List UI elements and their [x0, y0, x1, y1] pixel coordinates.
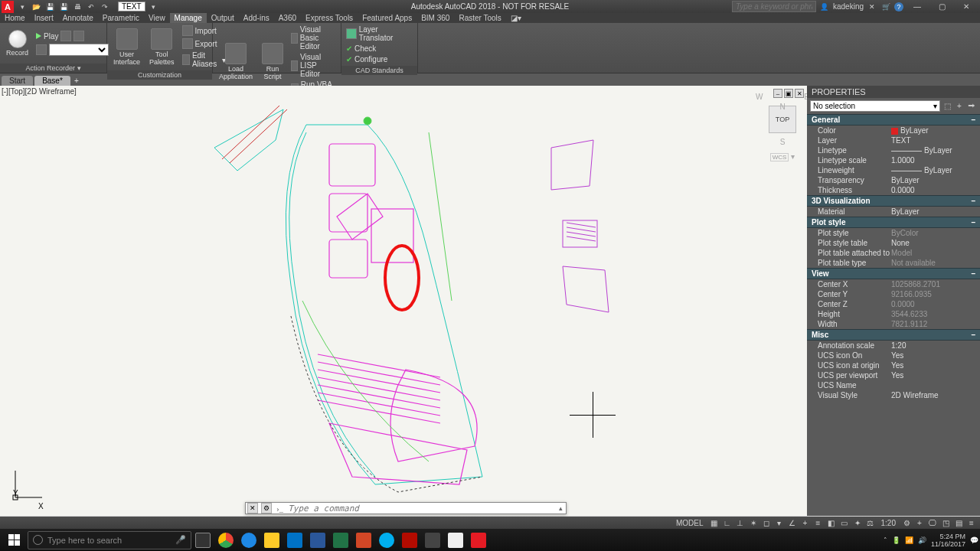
qat-redo-icon[interactable]: ↷: [100, 2, 110, 12]
sb-annoscale-icon[interactable]: ⚖: [865, 517, 876, 528]
pv-transp[interactable]: ByLayer: [890, 175, 980, 185]
sb-custom-icon[interactable]: ≡: [966, 517, 977, 528]
acrobat-icon[interactable]: [398, 529, 421, 551]
record-button[interactable]: Record: [3, 28, 31, 58]
tab-extra-icon[interactable]: ◪▾: [506, 13, 526, 23]
pv-thick[interactable]: 0.0000: [890, 185, 980, 195]
pv-ltype[interactable]: ByLayer: [890, 145, 980, 155]
section-general[interactable]: General–: [807, 114, 980, 126]
pv-ascale[interactable]: 1:20: [890, 341, 980, 350]
cart-icon[interactable]: 🛒: [880, 2, 891, 12]
tab-view[interactable]: View: [144, 13, 170, 23]
vbe-button[interactable]: Visual Basic Editor: [289, 24, 338, 51]
qat-save-icon[interactable]: 💾: [44, 2, 55, 12]
pv-cx[interactable]: 1025868.2701: [890, 279, 980, 289]
sb-polar-icon[interactable]: ✶: [748, 517, 759, 528]
taskbar-clock[interactable]: 5:24 PM11/16/2017: [931, 533, 965, 548]
pv-ucsvp[interactable]: Yes: [890, 370, 980, 380]
tab-raster[interactable]: Raster Tools: [454, 13, 505, 23]
pv-w[interactable]: 7821.9112: [890, 319, 980, 329]
load-app-button[interactable]: Load Application: [216, 41, 256, 82]
sb-lwt-icon[interactable]: ≡: [813, 517, 824, 528]
help-search-input[interactable]: [732, 1, 816, 12]
run-script-button[interactable]: Run Script: [259, 41, 286, 82]
pv-h[interactable]: 3544.6233: [890, 309, 980, 319]
sb-grid-icon[interactable]: ▦: [709, 517, 720, 528]
tab-bim360[interactable]: BIM 360: [416, 13, 454, 23]
help-icon[interactable]: ?: [894, 2, 903, 11]
tool-palettes-button[interactable]: Tool Palettes: [146, 27, 178, 67]
sb-osnap-icon[interactable]: ◻: [761, 517, 772, 528]
tab-a360[interactable]: A360: [274, 13, 301, 23]
pv-ucsi[interactable]: Yes: [890, 350, 980, 360]
qat-saveas-icon[interactable]: 💾: [58, 2, 69, 12]
tab-insert[interactable]: Insert: [30, 13, 58, 23]
pv-pstable[interactable]: None: [890, 238, 980, 248]
sb-ortho-icon[interactable]: ⊥: [735, 517, 746, 528]
section-3dvis[interactable]: 3D Visualization–: [807, 195, 980, 207]
pv-color[interactable]: ByLayer: [890, 126, 980, 135]
tray-battery-icon[interactable]: 🔋: [892, 536, 900, 544]
command-input[interactable]: [283, 504, 555, 514]
pv-lweight[interactable]: ByLayer: [890, 165, 980, 175]
properties-header[interactable]: PROPERTIES: [807, 86, 980, 98]
configure-button[interactable]: ✔Configure: [345, 54, 414, 64]
app1-icon[interactable]: [421, 529, 444, 551]
mic-icon[interactable]: 🎤: [175, 535, 186, 545]
section-plot[interactable]: Plot style–: [807, 217, 980, 228]
system-tray[interactable]: ˄ 🔋 📶 🔊 5:24 PM11/16/2017 💬: [884, 533, 980, 548]
tab-manage[interactable]: Manage: [170, 13, 207, 23]
doctab-base[interactable]: Base*: [34, 76, 70, 86]
notifications-icon[interactable]: 💬: [970, 536, 978, 544]
close-button[interactable]: ✕: [956, 1, 977, 13]
tab-parametric[interactable]: Parametric: [98, 13, 144, 23]
qat-new-icon[interactable]: ▾: [17, 2, 28, 12]
tray-volume-icon[interactable]: 🔊: [918, 536, 926, 544]
pv-ltscale[interactable]: 1.0000: [890, 155, 980, 165]
tray-wifi-icon[interactable]: 📶: [905, 536, 913, 544]
selection-combo[interactable]: No selection▾: [810, 100, 940, 112]
pickadd-icon[interactable]: +: [954, 101, 965, 112]
sb-gear-icon[interactable]: ⚙: [901, 517, 912, 528]
maximize-button[interactable]: ▢: [931, 1, 952, 13]
pv-cz[interactable]: 0.0000: [890, 299, 980, 309]
cmd-config-icon[interactable]: ⚙: [261, 503, 272, 514]
signin-icon[interactable]: 👤: [819, 2, 830, 12]
sb-monitor-icon[interactable]: 🖵: [927, 517, 938, 528]
cmd-close-icon[interactable]: ✕: [247, 503, 258, 514]
tab-express[interactable]: Express Tools: [301, 13, 358, 23]
drawing-area[interactable]: [-][Top][2D Wireframe] – ▣ ✕ N WE TOP S …: [0, 86, 807, 516]
sb-sel-icon[interactable]: ▭: [839, 517, 850, 528]
pv-ucsio[interactable]: Yes: [890, 360, 980, 370]
taskbar-search[interactable]: Type here to search🎤: [28, 531, 191, 549]
sb-dyn-icon[interactable]: +: [800, 517, 811, 528]
section-view[interactable]: View–: [807, 268, 980, 279]
command-line[interactable]: ✕ ⚙ ›_ ▴: [245, 502, 567, 514]
cmd-history-icon[interactable]: ▴: [555, 504, 566, 512]
sb-otrack-icon[interactable]: ∠: [787, 517, 798, 528]
qat-print-icon[interactable]: 🖶: [72, 2, 83, 12]
excel-icon[interactable]: [329, 529, 352, 551]
qat-undo-icon[interactable]: ↶: [86, 2, 96, 12]
pv-material[interactable]: ByLayer: [890, 207, 980, 217]
play-opt1-icon[interactable]: [60, 31, 71, 41]
sb-iso-icon[interactable]: ◳: [940, 517, 951, 528]
pv-cy[interactable]: 92166.0935: [890, 289, 980, 299]
qat-more-icon[interactable]: ▾: [149, 2, 159, 12]
check-button[interactable]: ✔Check: [345, 44, 414, 54]
tab-output[interactable]: Output: [207, 13, 239, 23]
start-button[interactable]: [0, 529, 28, 551]
powerpoint-icon[interactable]: [352, 529, 375, 551]
explorer-icon[interactable]: [260, 529, 283, 551]
autocad-taskbar-icon[interactable]: [467, 529, 490, 551]
pv-layer[interactable]: TEXT: [890, 135, 980, 145]
skype-icon[interactable]: [375, 529, 398, 551]
exchange-icon[interactable]: ✕: [867, 2, 877, 12]
sb-3dosnap-icon[interactable]: ▾: [774, 517, 785, 528]
sb-ws-icon[interactable]: +: [914, 517, 925, 528]
vle-button[interactable]: Visual LISP Editor: [289, 52, 338, 79]
tab-addins[interactable]: Add-ins: [239, 13, 274, 23]
tab-home[interactable]: Home: [0, 13, 30, 23]
outlook-icon[interactable]: [283, 529, 306, 551]
status-scale[interactable]: 1:20: [878, 519, 899, 527]
